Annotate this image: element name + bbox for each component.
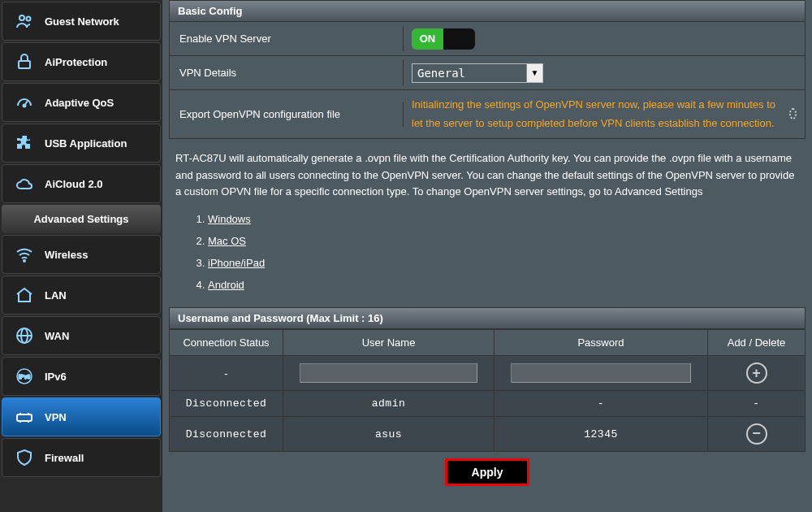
basic-config-header: Basic Config bbox=[169, 0, 806, 22]
sidebar-item-label: USB Application bbox=[45, 137, 127, 150]
enable-vpn-toggle[interactable]: ON bbox=[412, 28, 475, 50]
sidebar-item-wan[interactable]: WAN bbox=[2, 316, 161, 355]
sidebar-item-label: LAN bbox=[45, 289, 67, 302]
vpn-details-select[interactable]: ▼ bbox=[412, 63, 543, 83]
description-text: RT-AC87U will automatically generate a .… bbox=[175, 152, 794, 198]
enable-vpn-row: Enable VPN Server ON bbox=[169, 22, 806, 56]
sidebar-item-aicloud[interactable]: AiCloud 2.0 bbox=[2, 164, 161, 203]
content-area: Basic Config Enable VPN Server ON VPN De… bbox=[162, 0, 812, 512]
sidebar-item-aiprotection[interactable]: AiProtection bbox=[2, 42, 161, 81]
enable-vpn-label: Enable VPN Server bbox=[170, 26, 404, 51]
vpn-details-label: VPN Details bbox=[170, 60, 404, 85]
home-icon bbox=[14, 284, 35, 306]
sidebar-item-label: Adaptive QoS bbox=[45, 97, 114, 109]
sidebar-item-wireless[interactable]: Wireless bbox=[2, 235, 161, 274]
apply-wrap: Apply bbox=[169, 452, 806, 492]
lock-icon bbox=[14, 51, 35, 72]
svg-point-4 bbox=[24, 260, 25, 262]
svg-point-0 bbox=[19, 15, 24, 20]
puzzle-icon bbox=[14, 132, 35, 154]
chevron-down-icon: ▼ bbox=[526, 64, 542, 82]
row-pass: - bbox=[495, 391, 708, 417]
row-action: - bbox=[708, 391, 806, 417]
vpn-icon bbox=[14, 406, 35, 427]
platform-link-windows[interactable]: Windows bbox=[208, 213, 251, 225]
platform-link-macos[interactable]: Mac OS bbox=[208, 235, 246, 247]
sidebar-item-label: AiCloud 2.0 bbox=[45, 178, 103, 190]
cloud-icon bbox=[14, 173, 35, 194]
table-input-row: - + bbox=[170, 356, 806, 391]
sidebar-item-ipv6[interactable]: IPv6 IPv6 bbox=[2, 357, 161, 396]
ipv6-icon: IPv6 bbox=[14, 366, 35, 387]
sidebar-item-label: WAN bbox=[45, 330, 69, 342]
credentials-header: Username and Password (Max Limit : 16) bbox=[169, 307, 806, 329]
apply-button[interactable]: Apply bbox=[445, 458, 530, 486]
sidebar-item-label: Guest Network bbox=[45, 15, 119, 28]
table-header-row: Connection Status User Name Password Add… bbox=[170, 330, 806, 356]
col-status: Connection Status bbox=[170, 330, 283, 356]
col-user: User Name bbox=[283, 330, 495, 356]
svg-point-1 bbox=[27, 17, 31, 21]
input-row-status: - bbox=[170, 356, 283, 391]
credentials-table: Connection Status User Name Password Add… bbox=[169, 329, 806, 452]
sidebar: Guest Network AiProtection Adaptive QoS … bbox=[0, 0, 162, 512]
col-action: Add / Delete bbox=[708, 330, 806, 356]
platform-link-iphone[interactable]: iPhone/iPad bbox=[208, 257, 265, 269]
username-input[interactable] bbox=[300, 363, 477, 383]
advanced-settings-header: Advanced Settings bbox=[2, 205, 161, 233]
description-block: RT-AC87U will automatically generate a .… bbox=[169, 139, 806, 308]
toggle-on-label: ON bbox=[412, 28, 443, 50]
wifi-icon bbox=[14, 244, 35, 265]
vpn-details-value[interactable] bbox=[412, 64, 526, 82]
sidebar-item-label: AiProtection bbox=[45, 56, 107, 68]
init-message: Initialinzing the settings of OpenVPN se… bbox=[412, 95, 786, 133]
platform-list: Windows Mac OS iPhone/iPad Android bbox=[208, 209, 799, 296]
table-row: Disconnected admin - - bbox=[170, 391, 806, 417]
sidebar-item-label: VPN bbox=[45, 411, 67, 423]
sidebar-item-lan[interactable]: LAN bbox=[2, 276, 161, 315]
table-row: Disconnected asus 12345 − bbox=[170, 417, 806, 452]
sidebar-item-label: Firewall bbox=[45, 452, 84, 464]
svg-rect-9 bbox=[17, 414, 32, 421]
toggle-off-side bbox=[443, 28, 475, 50]
row-status: Disconnected bbox=[170, 391, 283, 417]
delete-button[interactable]: − bbox=[746, 423, 767, 445]
minus-icon: − bbox=[752, 426, 761, 440]
users-icon bbox=[14, 11, 35, 32]
sidebar-item-firewall[interactable]: Firewall bbox=[2, 438, 161, 477]
add-button[interactable]: + bbox=[746, 362, 767, 384]
vpn-details-row: VPN Details ▼ bbox=[169, 56, 806, 90]
loading-spinner-icon bbox=[789, 108, 797, 119]
platform-link-android[interactable]: Android bbox=[208, 279, 244, 291]
sidebar-item-vpn[interactable]: VPN bbox=[2, 397, 161, 436]
row-user: asus bbox=[283, 417, 495, 452]
globe-icon bbox=[14, 325, 35, 346]
export-config-row: Export OpenVPN configuration file Initia… bbox=[169, 90, 806, 139]
row-user: admin bbox=[283, 391, 495, 417]
sidebar-item-usb-application[interactable]: USB Application bbox=[2, 124, 161, 163]
sidebar-item-adaptive-qos[interactable]: Adaptive QoS bbox=[2, 83, 161, 122]
sidebar-item-label: Wireless bbox=[45, 249, 88, 261]
shield-icon bbox=[14, 447, 35, 468]
sidebar-item-guest-network[interactable]: Guest Network bbox=[2, 2, 161, 41]
svg-rect-2 bbox=[19, 61, 30, 68]
gauge-icon bbox=[14, 92, 35, 113]
row-status: Disconnected bbox=[170, 417, 283, 452]
password-input[interactable] bbox=[511, 363, 690, 383]
col-pass: Password bbox=[495, 330, 708, 356]
svg-point-3 bbox=[24, 105, 26, 107]
sidebar-item-label: IPv6 bbox=[45, 371, 67, 383]
export-config-label: Export OpenVPN configuration file bbox=[170, 102, 404, 127]
svg-text:IPv6: IPv6 bbox=[19, 374, 31, 380]
row-pass: 12345 bbox=[495, 417, 708, 452]
plus-icon: + bbox=[752, 366, 761, 380]
